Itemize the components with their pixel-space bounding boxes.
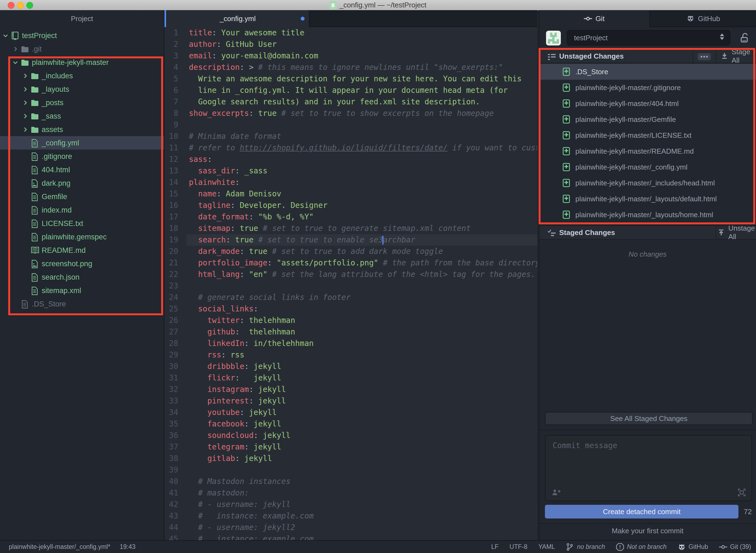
unstaged-file-row[interactable]: plainwhite-jekyll-master/_layouts/home.h… [539,207,756,223]
code-line-40[interactable]: 40 # Mastodon instances [164,476,537,487]
code-line-33[interactable]: 33 pinterest: jekyll [164,395,537,407]
tree-item-plainwhite-jekyll-master[interactable]: plainwhite-jekyll-master [0,56,164,69]
code-line-21[interactable]: 21 portfolio_image: "assets/portfolio.pn… [164,257,537,269]
unstaged-file-row[interactable]: plainwhite-jekyll-master/_layouts/defaul… [539,191,756,207]
stage-plus-icon[interactable] [563,195,570,203]
modified-dot-icon[interactable] [301,17,304,20]
chevron-right-icon[interactable] [12,46,19,52]
tree-item-screenshot.png[interactable]: screenshot.png [0,257,164,270]
code-line-34[interactable]: 34 youtube: jekyll [164,407,537,418]
code-line-30[interactable]: 30 dribbble: jekyll [164,361,537,372]
code-line-27[interactable]: 27 github: thelehhman [164,326,537,338]
unstaged-file-row[interactable]: plainwhite-jekyll-master/README.md [539,143,756,159]
code-line-11[interactable]: 11# refer to http://shopify.github.io/li… [164,142,537,154]
code-line-42[interactable]: 42 # - username: jekyll [164,499,537,510]
status-file-path[interactable]: plainwhite-jekyll-master/_config.yml* [9,543,111,551]
stage-plus-icon[interactable] [563,99,570,108]
tree-item-_layouts[interactable]: _layouts [0,82,164,96]
tree-item-testProject[interactable]: testProject [0,29,164,42]
tab-git[interactable]: Git [539,10,649,27]
code-line-14[interactable]: 14plainwhite: [164,177,537,188]
tree-item-404.html[interactable]: 404.html [0,163,164,176]
expand-commit-editor-icon[interactable] [737,488,746,497]
code-line-1[interactable]: 1title: Your awesome title [164,27,537,38]
code-line-37[interactable]: 37 telegram: jekyll [164,441,537,453]
status-line-ending[interactable]: LF [491,543,499,551]
code-line-7[interactable]: 7 Google search results) and in your fee… [164,96,537,108]
code-line-45[interactable]: 45 # instance: example.com [164,533,537,540]
tree-item-.git[interactable]: .git [0,42,164,56]
code-line-32[interactable]: 32 instagram: jekyll [164,384,537,395]
chevron-right-icon[interactable] [22,99,28,106]
stage-all-button[interactable]: Stage All [720,50,756,63]
status-grammar[interactable]: YAML [538,543,555,551]
code-line-20[interactable]: 20 dark_mode: true # set to true to add … [164,246,537,257]
code-line-15[interactable]: 15 name: Adam Denisov [164,188,537,200]
code-buffer[interactable]: 1title: Your awesome title2author: GitHu… [164,27,537,540]
tree-item-_sass[interactable]: _sass [0,109,164,123]
code-line-18[interactable]: 18 sitemap: true # set to true to genera… [164,223,537,234]
code-line-8[interactable]: 8show_excerpts: true # set to true to sh… [164,108,537,119]
code-line-44[interactable]: 44 # - username: jekyll2 [164,522,537,533]
chevron-right-icon[interactable] [22,73,28,79]
stage-plus-icon[interactable] [563,147,570,155]
tree-item-index.md[interactable]: index.md [0,203,164,217]
code-line-22[interactable]: 22 html_lang: "en" # set the lang attrib… [164,269,537,280]
code-line-26[interactable]: 26 twitter: thelehhman [164,315,537,326]
add-coauthor-icon[interactable] [552,488,561,496]
stage-plus-icon[interactable] [563,115,570,124]
tree-item-.DS_Store[interactable]: .DS_Store [0,297,164,311]
tree-item-Gemfile[interactable]: Gemfile [0,190,164,203]
chevron-right-icon[interactable] [22,126,28,133]
code-line-43[interactable]: 43 # instance: example.com [164,510,537,522]
unstaged-menu-button[interactable] [698,53,711,60]
code-line-29[interactable]: 29 rss: rss [164,349,537,361]
create-detached-commit-button[interactable]: Create detached commit [545,505,739,519]
chevron-right-icon[interactable] [22,113,28,120]
code-line-16[interactable]: 16 tagline: Developer. Designer [164,200,537,211]
repo-select[interactable]: testProject [567,30,730,46]
code-line-24[interactable]: 24 # generate social links in footer [164,292,537,303]
unstaged-file-row[interactable]: plainwhite-jekyll-master/_includes/head.… [539,175,756,191]
status-branch[interactable]: no branch [566,543,605,551]
chevron-down-icon[interactable] [2,32,9,39]
code-line-19[interactable]: 19 search: true # set to true to enable … [164,234,537,246]
status-github[interactable]: GitHub [678,543,708,551]
unstaged-file-row[interactable]: plainwhite-jekyll-master/404.html [539,96,756,111]
status-git-count[interactable]: Git (39) [719,543,751,551]
code-line-39[interactable]: 39 [164,464,537,476]
code-line-10[interactable]: 10# Minima date format [164,131,537,142]
code-line-2[interactable]: 2author: GitHub User [164,38,537,50]
tab-config-yml[interactable]: _config.yml [166,10,310,27]
code-line-25[interactable]: 25 social_links: [164,303,537,315]
tree-item-_posts[interactable]: _posts [0,96,164,109]
tree-item-assets[interactable]: assets [0,123,164,136]
code-line-31[interactable]: 31 flickr: jekyll [164,372,537,384]
tree-item-README.md[interactable]: README.md [0,243,164,257]
tree-item-plainwhite.gemspec[interactable]: plainwhite.gemspec [0,230,164,243]
unstaged-file-row[interactable]: plainwhite-jekyll-master/Gemfile [539,111,756,127]
stage-plus-icon[interactable] [563,131,570,139]
commit-message-input[interactable]: Commit message [545,435,752,501]
status-encoding[interactable]: UTF-8 [509,543,527,551]
status-cursor-position[interactable]: 19:43 [120,543,136,551]
code-line-5[interactable]: 5 Write an awesome description for your … [164,73,537,85]
stage-plus-icon[interactable] [563,211,570,219]
code-line-28[interactable]: 28 linkedIn: in/thelehhman [164,338,537,349]
code-line-12[interactable]: 12sass: [164,154,537,165]
tree-item-search.json[interactable]: search.json [0,270,164,284]
code-line-38[interactable]: 38 gitlab: jekyll [164,453,537,464]
stage-plus-icon[interactable] [563,163,570,171]
unstaged-file-row[interactable]: plainwhite-jekyll-master/_config.yml [539,159,756,175]
code-line-17[interactable]: 17 date_format: "%b %-d, %Y" [164,211,537,223]
unstaged-file-row[interactable]: plainwhite-jekyll-master/LICENSE.txt [539,127,756,143]
tree-item-LICENSE.txt[interactable]: LICENSE.txt [0,217,164,230]
chevron-right-icon[interactable] [22,86,28,93]
tree-item-.gitignore[interactable]: .gitignore [0,150,164,163]
tree-item-_config.yml[interactable]: _config.yml [0,136,164,150]
tree-item-dark.png[interactable]: dark.png [0,176,164,190]
tab-project[interactable]: Project [0,10,164,27]
see-all-staged-changes-button[interactable]: See All Staged Changes [545,412,753,425]
code-line-3[interactable]: 3email: your-email@domain.com [164,50,537,62]
stage-plus-icon[interactable] [563,84,570,92]
